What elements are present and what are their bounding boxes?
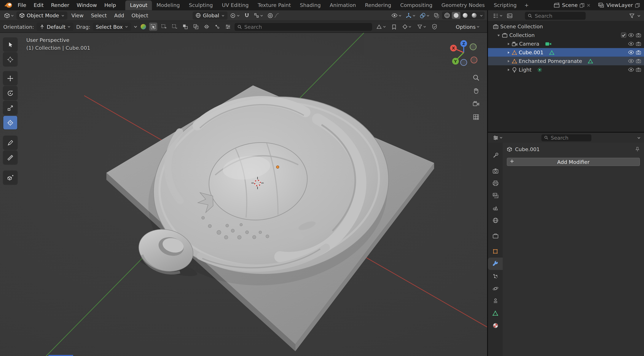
tool-add-primitive[interactable] — [3, 171, 17, 184]
keying-set-dropdown[interactable] — [401, 23, 413, 31]
shading-wireframe-button[interactable] — [443, 12, 452, 19]
xray-toggle-button[interactable] — [432, 11, 441, 20]
orientation-selector[interactable]: Default — [36, 23, 74, 31]
tab-rendering[interactable]: Rendering — [360, 0, 396, 10]
menu-add[interactable]: Add — [111, 12, 127, 18]
hide-eye-icon[interactable] — [628, 33, 634, 38]
tab-render-properties[interactable] — [488, 165, 503, 177]
disclosure-right-icon[interactable] — [507, 60, 510, 63]
add-modifier-button[interactable]: Add Modifier — [507, 158, 640, 166]
tool-rotate[interactable] — [3, 86, 17, 100]
transform-options-button[interactable] — [224, 23, 232, 31]
tab-output-properties[interactable] — [488, 177, 503, 189]
disable-render-camera-icon[interactable] — [636, 42, 641, 46]
tab-layout[interactable]: Layout — [126, 0, 152, 10]
tool-scale[interactable] — [3, 101, 17, 115]
outliner-row-collection[interactable]: Collection — [488, 31, 644, 40]
duplicate-scene-icon[interactable] — [580, 2, 585, 8]
menu-render[interactable]: Render — [47, 0, 73, 10]
tab-modeling[interactable]: Modeling — [152, 0, 184, 10]
proportional-editing-button[interactable] — [266, 11, 281, 20]
select-mode-intersect-button[interactable] — [192, 23, 200, 31]
menu-view[interactable]: View — [68, 12, 87, 18]
outliner-row-light[interactable]: Light — [488, 65, 644, 74]
disclosure-right-icon[interactable] — [507, 51, 510, 54]
outliner-editor-type-button[interactable] — [491, 12, 504, 20]
tool-annotate[interactable] — [3, 136, 17, 150]
tab-compositing[interactable]: Compositing — [396, 0, 437, 10]
select-mode-set-button[interactable] — [149, 23, 157, 31]
tab-collection-properties[interactable] — [488, 230, 503, 242]
properties-search[interactable] — [541, 134, 592, 141]
select-mode-extend-button[interactable] — [160, 23, 168, 31]
search-input[interactable] — [244, 24, 369, 30]
perspective-toggle-button[interactable] — [471, 112, 481, 122]
tab-view-layer-properties[interactable] — [488, 189, 503, 202]
bookmark-icon[interactable] — [390, 23, 398, 31]
outliner-row-camera[interactable]: Camera — [488, 39, 644, 48]
view-layer-icon[interactable] — [598, 2, 604, 8]
disable-render-camera-icon[interactable] — [636, 33, 641, 38]
tab-world-properties[interactable] — [488, 214, 503, 226]
collection-exclude-checkbox[interactable] — [621, 32, 626, 38]
menu-select[interactable]: Select — [88, 12, 110, 18]
tab-scripting[interactable]: Scripting — [489, 0, 521, 10]
shading-material-preview-button[interactable] — [461, 12, 470, 19]
toolbar-search[interactable] — [234, 23, 372, 30]
outliner-row-enchanted-pomegranate[interactable]: Enchanted Pomegranate — [488, 57, 644, 65]
tab-scene-properties[interactable] — [488, 202, 503, 214]
viewport-canvas[interactable]: User Perspective (1) Collection | Cube.0… — [0, 33, 487, 356]
disable-render-camera-icon[interactable] — [636, 68, 641, 72]
hide-eye-icon[interactable] — [628, 42, 634, 46]
outliner-row-cube-001[interactable]: Cube.001 — [488, 48, 644, 57]
pan-hand-button[interactable] — [471, 86, 481, 96]
snap-option-button[interactable] — [213, 23, 221, 31]
tab-particle-properties[interactable] — [488, 270, 503, 282]
tool-measure[interactable] — [3, 151, 17, 164]
tab-object-data-properties[interactable] — [488, 307, 503, 319]
navigation-gizmo[interactable]: X Z Y — [445, 34, 482, 72]
select-mode-subtract-button[interactable] — [170, 23, 178, 31]
fade-inactive-dropdown[interactable] — [374, 23, 388, 31]
mode-selector[interactable]: Object Mode — [16, 11, 67, 20]
show-overlays-button[interactable] — [418, 11, 431, 20]
tab-material-properties[interactable] — [488, 319, 503, 332]
properties-editor-type-button[interactable] — [491, 134, 504, 142]
tool-cursor[interactable] — [3, 52, 17, 66]
unlink-scene-icon[interactable] — [587, 3, 591, 7]
hide-eye-icon[interactable] — [628, 59, 634, 63]
duplicate-view-layer-icon[interactable] — [635, 2, 640, 8]
blender-logo-icon[interactable] — [4, 2, 12, 8]
shading-solid-button[interactable] — [452, 12, 460, 19]
tool-transform[interactable] — [3, 116, 17, 130]
snap-with-button[interactable] — [252, 11, 265, 20]
disclosure-down-icon[interactable] — [497, 34, 500, 37]
display-mode-icon[interactable] — [507, 13, 512, 18]
pin-icon[interactable] — [635, 146, 640, 152]
filter-dropdown[interactable] — [416, 23, 428, 31]
properties-search-input[interactable] — [551, 134, 589, 141]
menu-edit[interactable]: Edit — [30, 0, 47, 10]
editor-type-button[interactable] — [2, 11, 16, 20]
transform-orientation-selector[interactable]: Global — [192, 11, 227, 20]
tool-select-box[interactable] — [3, 38, 17, 52]
tool-settings-expand-icon[interactable] — [133, 25, 138, 29]
menu-help[interactable]: Help — [101, 0, 120, 10]
tab-uv-editing[interactable]: UV Editing — [218, 0, 253, 10]
tool-move[interactable] — [3, 72, 17, 85]
outliner-search[interactable] — [525, 12, 586, 20]
menu-file[interactable]: File — [14, 0, 30, 10]
tab-constraint-properties[interactable] — [488, 294, 503, 307]
outliner-filter-icon[interactable] — [629, 13, 635, 18]
add-workspace-button[interactable]: + — [521, 0, 532, 10]
show-gizmo-button[interactable] — [404, 11, 417, 20]
disclosure-right-icon[interactable] — [507, 68, 510, 71]
hide-eye-icon[interactable] — [628, 68, 634, 72]
view-layer-name[interactable]: ViewLayer — [606, 2, 633, 8]
tab-shading[interactable]: Shading — [296, 0, 325, 10]
tab-texture-paint[interactable]: Texture Paint — [253, 0, 296, 10]
disclosure-right-icon[interactable] — [507, 42, 510, 46]
chevron-down-icon[interactable] — [637, 14, 641, 18]
tab-modifier-properties[interactable] — [488, 258, 503, 270]
tab-tool-properties[interactable] — [488, 149, 503, 162]
